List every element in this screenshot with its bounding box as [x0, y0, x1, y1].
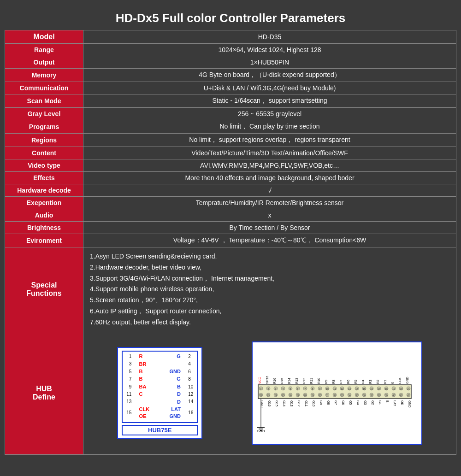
pin50-svg: VCCSR16R16R15R14R13R12R11R10R9R8R7R6R5R4…: [255, 356, 419, 439]
svg-text:38: 38: [378, 394, 380, 397]
svg-text:25: 25: [282, 394, 284, 397]
row-label-16: Evironment: [5, 234, 83, 247]
row-label-6: Gray Level: [5, 108, 83, 120]
special-functions-row: Special Functions1.Asyn LED Screen sendi…: [5, 247, 456, 332]
svg-text:39: 39: [385, 394, 388, 397]
pin50-diagram: 50PINVCCSR16R16R15R14R13R12R11R10R9R8R7R…: [252, 341, 422, 445]
row-label-4: Communication: [5, 82, 83, 94]
svg-text:0: 0: [391, 382, 394, 384]
svg-text:G6: G6: [342, 400, 345, 405]
svg-text:R14: R14: [288, 378, 291, 384]
svg-text:36: 36: [363, 394, 366, 397]
special-function-item: 4.Support mobile phone wireless operatio…: [90, 284, 449, 295]
svg-text:R16: R16: [273, 378, 276, 384]
svg-text:19: 19: [392, 388, 395, 390]
svg-text:G15: G15: [275, 400, 278, 406]
main-container: HD-Dx5 Full color Controller Parameters …: [0, 0, 461, 459]
svg-text:13: 13: [348, 388, 351, 390]
hub-diagrams: 1RG23BR45BGND67BG89BAB1011CD1213D1415CLK…: [88, 337, 451, 450]
row-value-15: By Time section / By Sensor: [83, 222, 456, 234]
svg-text:G11: G11: [305, 400, 308, 406]
row-label-15: Brightness: [5, 222, 83, 234]
row-label-5: Scan Mode: [5, 94, 83, 108]
hub75e-title: HUB75E: [122, 425, 198, 435]
row-label-3: Memory: [5, 69, 83, 82]
svg-text:31: 31: [326, 394, 329, 397]
row-label-2: Output: [5, 56, 83, 69]
svg-text:R15: R15: [280, 378, 284, 384]
svg-text:5: 5: [290, 388, 291, 390]
svg-text:R6: R6: [347, 380, 350, 384]
svg-text:7: 7: [304, 388, 306, 390]
row-value-9: Video/Text/Picture/Time/3D Text/Animatio…: [83, 147, 456, 159]
svg-text:1: 1: [260, 388, 261, 390]
row-value-10: AVI,WMV,RMVB,MP4,MPG,FLV,SWF,VOB,etc…: [83, 159, 456, 172]
row-value-7: No limit， Can play by time section: [83, 120, 456, 134]
svg-text:26: 26: [289, 394, 292, 397]
row-value-5: Static - 1/64scan， support smartsetting: [83, 94, 456, 108]
special-functions-value: 1.Asyn LED Screen sending&recieving card…: [83, 247, 456, 332]
svg-text:3: 3: [275, 388, 276, 390]
svg-text:GND: GND: [257, 429, 265, 433]
row-value-6: 256 ~ 65535 graylevel: [83, 108, 456, 120]
svg-text:23: 23: [267, 394, 270, 397]
hub-define-row: HUB Define1RG23BR45BGND67BG89BAB1011CD12…: [5, 332, 456, 454]
row-label-14: Audio: [5, 209, 83, 222]
svg-text:G2: G2: [371, 400, 374, 405]
special-functions-label: Special Functions: [5, 247, 83, 332]
svg-text:9: 9: [319, 388, 320, 390]
svg-text:4: 4: [282, 388, 284, 390]
svg-text:B: B: [386, 400, 389, 403]
svg-text:30: 30: [319, 394, 321, 397]
svg-text:34: 34: [348, 394, 351, 397]
row-value-2: 1×HUB50PIN: [83, 56, 456, 69]
svg-text:21: 21: [407, 388, 410, 390]
row-label-1: Range: [5, 44, 83, 56]
special-function-item: 3.Support 3G/4G/Wi-Fi/LAN connection， In…: [90, 273, 449, 284]
svg-text:8: 8: [312, 388, 313, 390]
row-label-9: Content: [5, 147, 83, 159]
special-function-item: 7.60Hz output, better effect display.: [90, 317, 449, 328]
special-function-item: 2.Hardware decoder, better video view,: [90, 262, 449, 273]
svg-text:15: 15: [363, 388, 366, 390]
svg-text:GND: GND: [406, 376, 409, 384]
svg-text:R9: R9: [325, 380, 328, 384]
svg-text:41: 41: [400, 394, 402, 397]
row-value-14: x: [83, 209, 456, 222]
row-label-13: Exepention: [5, 197, 83, 209]
svg-text:R12: R12: [302, 378, 306, 384]
svg-text:G4: G4: [356, 400, 360, 405]
special-function-item: 1.Asyn LED Screen sending&recieving card…: [90, 251, 449, 262]
svg-text:R13: R13: [295, 378, 298, 384]
svg-text:18: 18: [385, 388, 388, 390]
svg-text:2: 2: [267, 388, 269, 390]
svg-text:G9: G9: [319, 400, 323, 405]
page-title: HD-Dx5 Full color Controller Parameters: [5, 5, 456, 30]
svg-text:11: 11: [333, 388, 336, 390]
special-function-item: 6.Auto IP setting， Support router connec…: [90, 306, 449, 317]
row-label-10: Video type: [5, 159, 83, 172]
hub-define-label: HUB Define: [5, 332, 83, 454]
svg-text:G8: G8: [327, 400, 330, 405]
row-label-7: Programs: [5, 120, 83, 134]
svg-text:17: 17: [378, 388, 380, 390]
params-table: ModelHD-D35Range1024×64, Widest 1024, Hi…: [5, 30, 456, 455]
svg-text:14: 14: [355, 388, 358, 390]
svg-text:CLK: CLK: [398, 377, 402, 384]
svg-text:10: 10: [326, 388, 329, 390]
svg-text:G10: G10: [312, 400, 315, 406]
pin50-title: 50PIN: [255, 346, 419, 353]
row-value-4: U+Disk & LAN / Wifi,3G,4G(need buy Modul…: [83, 82, 456, 94]
row-label-11: Effects: [5, 172, 83, 184]
row-value-13: Temprature/Humidity/IR Remoter/Brightnes…: [83, 197, 456, 209]
svg-text:32: 32: [333, 394, 336, 397]
svg-text:16: 16: [370, 388, 373, 390]
row-value-16: Voltage：4V-6V ， Temperature：-40℃～80℃， Co…: [83, 234, 456, 247]
svg-text:G13: G13: [290, 400, 293, 406]
row-value-11: More then 40 effects and image backgroun…: [83, 172, 456, 184]
svg-text:R1: R1: [384, 380, 387, 384]
svg-text:G16: G16: [268, 400, 271, 406]
hub-define-value: 1RG23BR45BGND67BG89BAB1011CD1213D1415CLK…: [83, 332, 456, 454]
svg-text:33: 33: [341, 394, 343, 397]
svg-text:40: 40: [392, 394, 395, 397]
